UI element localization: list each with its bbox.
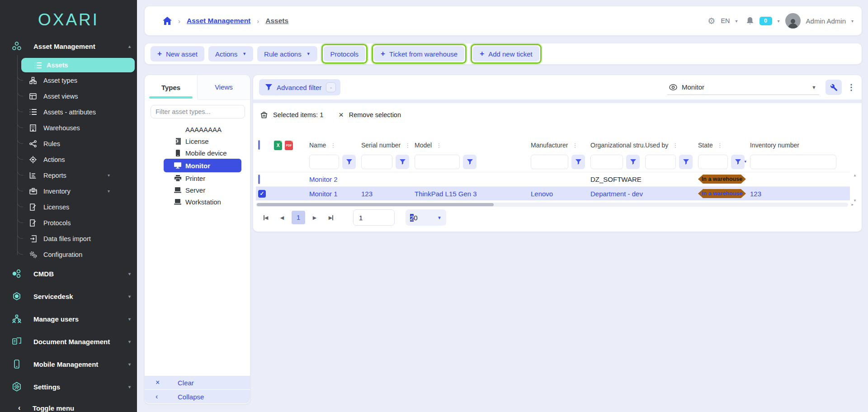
breadcrumb-asset-management[interactable]: Asset Management xyxy=(187,17,250,25)
export-excel-icon[interactable]: X xyxy=(274,141,282,150)
asset-type-item-workstation[interactable]: Workstation xyxy=(145,196,250,208)
chevron-down-icon[interactable]: ▾ xyxy=(108,189,110,194)
chevron-down-icon[interactable]: ▾ xyxy=(736,19,738,24)
chevron-up-icon[interactable]: ▴ xyxy=(128,44,131,49)
sidebar-section-servicedesk[interactable]: Servicedesk ▾ xyxy=(0,285,137,308)
sidebar-item-rules[interactable]: Rules xyxy=(0,136,137,152)
column-menu-icon[interactable]: ⋮ xyxy=(405,142,410,149)
home-icon[interactable] xyxy=(163,17,172,25)
settings-gear-icon[interactable]: ⚙ xyxy=(708,16,715,26)
sidebar-section-asset-management[interactable]: Asset Management ▴ xyxy=(0,38,137,54)
chevron-down-icon[interactable]: ▾ xyxy=(108,173,110,178)
user-avatar[interactable] xyxy=(785,13,801,28)
collapse-button[interactable]: ‹ Collapse xyxy=(145,390,250,403)
chevron-down-icon[interactable]: ▾ xyxy=(128,384,131,389)
tab-types[interactable]: Types xyxy=(145,75,197,99)
manufacturer-filter-input[interactable] xyxy=(531,155,568,169)
scroll-up-arrow[interactable]: ▴ xyxy=(854,173,856,177)
name-filter-button[interactable] xyxy=(342,155,356,169)
model-filter-button[interactable] xyxy=(463,155,476,169)
vertical-scrollbar[interactable]: ▴ ▾ xyxy=(852,173,858,203)
clear-button[interactable]: × Clear xyxy=(145,376,250,389)
inventory-number-filter-input[interactable] xyxy=(750,155,836,169)
asset-type-item-printer[interactable]: Printer xyxy=(145,172,250,184)
column-menu-icon[interactable]: ⋮ xyxy=(436,142,442,149)
filter-asset-types-input[interactable] xyxy=(151,105,245,118)
asset-type-item-server[interactable]: Server xyxy=(145,184,250,196)
asset-type-item-aaaaaaaa[interactable]: AAAAAAAA xyxy=(145,123,250,135)
breadcrumb-assets[interactable]: Assets xyxy=(265,17,288,25)
row-checkbox[interactable] xyxy=(258,175,260,184)
notifications-bell-icon[interactable] xyxy=(746,17,754,25)
filter-count-chip[interactable]: - xyxy=(326,82,336,92)
notification-count-badge[interactable]: 0 xyxy=(760,17,772,25)
sidebar-item-asset-views[interactable]: Asset views xyxy=(0,88,137,104)
language-selector[interactable]: EN xyxy=(721,17,730,24)
scrollbar-thumb[interactable] xyxy=(257,203,494,206)
new-asset-button[interactable]: + New asset xyxy=(151,46,204,62)
state-filter-button[interactable] xyxy=(731,155,745,169)
column-menu-icon[interactable]: ⋮ xyxy=(672,142,678,149)
column-menu-icon[interactable]: ⋮ xyxy=(572,142,578,149)
sidebar-item-reports[interactable]: Reports ▾ xyxy=(0,167,137,183)
scroll-down-arrow[interactable]: ▾ xyxy=(854,198,856,203)
page-size-selector[interactable]: 20 ▼ xyxy=(406,209,446,226)
column-menu-icon[interactable]: ⋮ xyxy=(330,142,336,149)
table-row[interactable]: Monitor 2 DZ_SOFTWARE In a warehouse xyxy=(256,172,850,186)
chevron-down-icon[interactable]: ▾ xyxy=(778,19,780,24)
chevron-down-icon[interactable]: ▾ xyxy=(128,339,131,344)
organizational-structure-filter-button[interactable] xyxy=(626,155,640,169)
rule-actions-dropdown-button[interactable]: Rule actions ▼ xyxy=(257,46,317,62)
asset-type-item-license[interactable]: License xyxy=(145,135,250,147)
model-filter-input[interactable] xyxy=(415,155,460,169)
next-page-button[interactable]: ▶ xyxy=(308,211,321,224)
sidebar-item-actions[interactable]: Actions xyxy=(0,152,137,167)
page-number-input[interactable] xyxy=(353,209,395,226)
row-checkbox[interactable]: ✓ xyxy=(258,190,266,198)
manufacturer-filter-button[interactable] xyxy=(571,155,585,169)
add-new-ticket-button[interactable]: + Add new ticket xyxy=(473,46,539,62)
sidebar-section-settings[interactable]: Settings ▾ xyxy=(0,375,137,398)
chevron-down-icon[interactable]: ▾ xyxy=(128,317,131,322)
remove-selection-button[interactable]: Remove selection xyxy=(349,111,401,118)
horizontal-scrollbar[interactable] xyxy=(256,203,848,207)
sidebar-item-data-files-import[interactable]: Data files import xyxy=(0,231,137,246)
table-row[interactable]: ✓ Monitor 1 123 ThinkPad L15 Gen 3 Lenov… xyxy=(256,186,850,200)
sidebar-section-mobile-management[interactable]: Mobile Management ▾ xyxy=(0,353,137,375)
table-settings-wrench-button[interactable] xyxy=(826,80,842,95)
serial-number-filter-button[interactable] xyxy=(396,155,409,169)
actions-dropdown-button[interactable]: Actions ▼ xyxy=(208,46,253,62)
current-page-button[interactable]: 1 xyxy=(292,211,305,224)
sidebar-item-assets-attributes[interactable]: Assets - attributes xyxy=(0,104,137,120)
sidebar-item-licenses[interactable]: Licenses xyxy=(0,199,137,215)
select-all-checkbox[interactable] xyxy=(258,140,260,150)
sidebar-section-manage-users[interactable]: Manage users ▾ xyxy=(0,308,137,330)
sidebar-item-asset-types[interactable]: Asset types xyxy=(0,72,137,88)
chevron-down-icon[interactable]: ▾ xyxy=(128,271,131,276)
sidebar-item-protocols[interactable]: Protocols xyxy=(0,215,137,231)
cell-name[interactable]: Monitor 1 xyxy=(309,190,361,198)
asset-type-item-mobile-device[interactable]: Mobile device xyxy=(145,147,250,159)
used-by-filter-button[interactable] xyxy=(679,155,693,169)
name-filter-input[interactable] xyxy=(309,155,339,169)
sidebar-item-assets[interactable]: Assets xyxy=(21,58,135,72)
toggle-menu-button[interactable]: ‹ Toggle menu xyxy=(0,400,137,412)
close-icon[interactable]: × xyxy=(339,110,344,120)
column-menu-icon[interactable]: ⋮ xyxy=(717,142,723,149)
previous-page-button[interactable]: ◀ xyxy=(275,211,289,224)
sidebar-item-inventory[interactable]: Inventory ▾ xyxy=(0,183,137,199)
chevron-down-icon[interactable]: ▾ xyxy=(851,19,854,24)
sidebar-section-document-management[interactable]: Document Management ▾ xyxy=(0,330,137,353)
user-name[interactable]: Admin Admin xyxy=(806,17,846,25)
table-kebab-menu[interactable]: ⋮ xyxy=(847,82,855,92)
used-by-filter-input[interactable] xyxy=(645,155,676,169)
chevron-down-icon[interactable]: ▾ xyxy=(128,362,131,367)
chevron-down-icon[interactable]: ▾ xyxy=(128,294,131,299)
state-filter-select[interactable] xyxy=(698,155,728,169)
protocols-button[interactable]: Protocols xyxy=(324,46,366,62)
asset-type-item-monitor[interactable]: Monitor xyxy=(164,159,241,172)
sidebar-section-cmdb[interactable]: CMDB ▾ xyxy=(0,262,137,285)
export-pdf-icon[interactable]: PDF xyxy=(285,141,293,150)
tab-views[interactable]: Views xyxy=(197,75,250,99)
cell-name[interactable]: Monitor 2 xyxy=(309,175,361,183)
